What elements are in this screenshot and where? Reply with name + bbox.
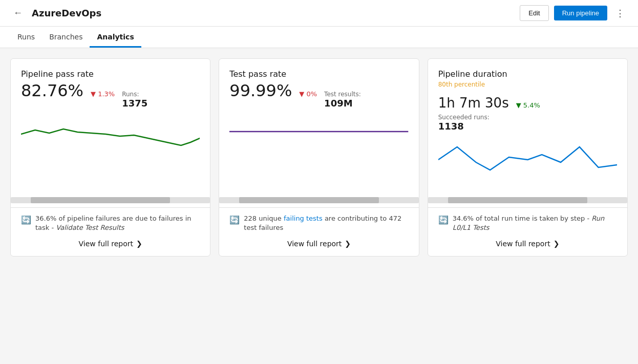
pipeline-pass-rate-footer: 🔄 36.6% of pipeline failures are due to … — [11, 207, 210, 256]
test-pass-rate-value: 99.99% — [229, 81, 292, 100]
succeeded-runs-side: Succeeded runs: 1138 — [438, 114, 617, 132]
pipeline-duration-body: Pipeline duration 80th percentile 1h 7m … — [428, 59, 627, 193]
test-pass-rate-card: Test pass rate 99.99% ▼ 0% Test results:… — [219, 58, 419, 256]
pipeline-view-report-icon: ❯ — [136, 240, 142, 248]
test-insight-text: 228 unique failing tests are contributin… — [244, 214, 408, 232]
insight-icon-2: 🔄 — [229, 215, 240, 226]
duration-scrollbar-thumb — [448, 197, 588, 203]
pipeline-pass-rate-change: ▼ 1.3% — [91, 90, 115, 98]
test-results-label: Test results: — [324, 91, 361, 98]
pipeline-duration-subtitle: 80th percentile — [438, 81, 617, 88]
duration-scrollbar[interactable] — [428, 197, 627, 203]
pipeline-duration-change: ▼ 5.4% — [516, 101, 540, 109]
header-right: Edit Run pipeline ⋮ — [520, 5, 628, 21]
edit-button[interactable]: Edit — [520, 5, 548, 21]
tab-analytics[interactable]: Analytics — [90, 27, 141, 48]
pipeline-pass-rate-chart — [21, 114, 200, 165]
test-scrollbar-thumb — [239, 197, 379, 203]
insight-icon-1: 🔄 — [21, 215, 31, 226]
pipeline-runs-side: Runs: 1375 — [122, 91, 147, 109]
pipeline-runs-value: 1375 — [122, 98, 147, 109]
pipeline-pass-rate-card: Pipeline pass rate 82.76% ▼ 1.3% Runs: 1… — [10, 58, 210, 256]
pipeline-view-report-label: View full report — [79, 240, 133, 248]
pipeline-runs-label: Runs: — [122, 91, 147, 98]
pipeline-duration-value: 1h 7m 30s — [438, 95, 509, 111]
main-content: Pipeline pass rate 82.76% ▼ 1.3% Runs: 1… — [0, 48, 638, 267]
test-insight: 🔄 228 unique failing tests are contribut… — [229, 214, 408, 232]
test-view-report-label: View full report — [287, 240, 342, 248]
succeeded-runs-value: 1138 — [438, 121, 617, 132]
back-button[interactable]: ← — [10, 6, 26, 20]
succeeded-runs-label: Succeeded runs: — [438, 114, 617, 121]
test-view-report-link[interactable]: View full report ❯ — [229, 238, 408, 250]
tab-runs[interactable]: Runs — [10, 27, 42, 48]
duration-insight-text: 34.6% of total run time is taken by step… — [453, 214, 617, 232]
duration-insight: 🔄 34.6% of total run time is taken by st… — [438, 214, 617, 232]
test-metric-row: 99.99% ▼ 0% Test results: 109M — [229, 81, 408, 109]
tab-branches[interactable]: Branches — [42, 27, 90, 48]
duration-view-report-icon: ❯ — [554, 240, 560, 248]
test-pass-rate-title: Test pass rate — [229, 69, 408, 79]
test-results-side: Test results: 109M — [324, 91, 361, 109]
pipeline-duration-card: Pipeline duration 80th percentile 1h 7m … — [428, 58, 628, 256]
test-pass-rate-body: Test pass rate 99.99% ▼ 0% Test results:… — [219, 59, 418, 193]
insight-icon-3: 🔄 — [438, 215, 449, 226]
test-pass-rate-change: ▼ 0% — [299, 90, 317, 98]
tabs: Runs Branches Analytics — [0, 27, 638, 48]
pipeline-metric-row: 82.76% ▼ 1.3% Runs: 1375 — [21, 81, 200, 109]
test-scrollbar[interactable] — [219, 197, 418, 203]
duration-view-report-link[interactable]: View full report ❯ — [438, 238, 617, 250]
test-pass-rate-footer: 🔄 228 unique failing tests are contribut… — [219, 207, 418, 256]
pipeline-scrollbar[interactable] — [11, 197, 210, 203]
pipeline-pass-rate-title: Pipeline pass rate — [21, 69, 200, 79]
test-pass-rate-chart — [229, 114, 408, 165]
duration-view-report-label: View full report — [496, 240, 550, 248]
pipeline-scrollbar-thumb — [31, 197, 171, 203]
pipeline-pass-rate-body: Pipeline pass rate 82.76% ▼ 1.3% Runs: 1… — [11, 59, 210, 193]
pipeline-duration-title: Pipeline duration — [438, 69, 617, 79]
app-title: AzureDevOps — [32, 8, 101, 18]
pipeline-insight: 🔄 36.6% of pipeline failures are due to … — [21, 214, 200, 232]
duration-metric-row: 1h 7m 30s ▼ 5.4% — [438, 95, 617, 111]
test-view-report-icon: ❯ — [345, 240, 351, 248]
pipeline-view-report-link[interactable]: View full report ❯ — [21, 238, 200, 250]
header-left: ← AzureDevOps — [10, 6, 101, 20]
pipeline-pass-rate-value: 82.76% — [21, 81, 83, 100]
pipeline-insight-text: 36.6% of pipeline failures are due to fa… — [35, 214, 200, 232]
pipeline-duration-chart — [438, 137, 617, 188]
test-results-value: 109M — [324, 98, 361, 109]
run-pipeline-button[interactable]: Run pipeline — [554, 6, 607, 20]
pipeline-duration-footer: 🔄 34.6% of total run time is taken by st… — [428, 207, 627, 256]
header: ← AzureDevOps Edit Run pipeline ⋮ — [0, 0, 638, 27]
more-options-button[interactable]: ⋮ — [612, 7, 628, 20]
